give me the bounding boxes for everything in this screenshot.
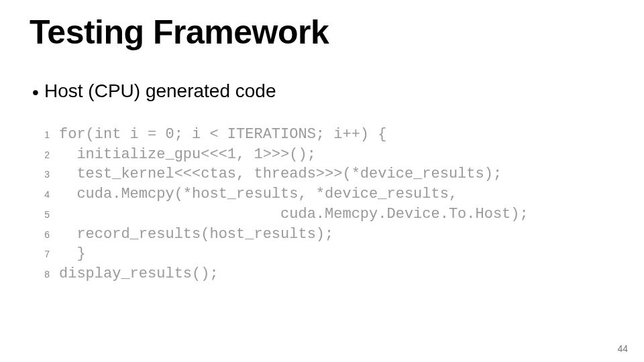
code-line: 1 for(int i = 0; i < ITERATIONS; i++) { bbox=[25, 125, 614, 145]
code-block: 1 for(int i = 0; i < ITERATIONS; i++) { … bbox=[25, 125, 614, 284]
slide: Testing Framework • Host (CPU) generated… bbox=[0, 0, 644, 362]
line-number: 2 bbox=[25, 149, 59, 162]
code-text: cuda.Memcpy.Device.To.Host); bbox=[59, 204, 614, 225]
code-line: 4 cuda.Memcpy(*host_results, *device_res… bbox=[25, 184, 614, 204]
bullet-item: • Host (CPU) generated code bbox=[30, 80, 614, 103]
code-line: 6 record_results(host_results); bbox=[25, 225, 614, 245]
slide-title: Testing Framework bbox=[30, 15, 614, 50]
line-number: 1 bbox=[25, 129, 59, 141]
bullet-list: • Host (CPU) generated code bbox=[30, 80, 614, 103]
line-number: 6 bbox=[25, 229, 59, 241]
code-line: 7 } bbox=[25, 244, 614, 264]
code-text: } bbox=[59, 244, 614, 264]
bullet-marker: • bbox=[32, 81, 39, 104]
code-line: 8 display_results(); bbox=[25, 264, 614, 284]
line-number: 7 bbox=[25, 248, 59, 261]
line-number: 8 bbox=[25, 268, 59, 281]
code-text: display_results(); bbox=[59, 264, 614, 284]
code-line: 2 initialize_gpu<<<1, 1>>>(); bbox=[25, 145, 614, 165]
line-number: 4 bbox=[25, 188, 59, 201]
bullet-text: Host (CPU) generated code bbox=[44, 80, 276, 103]
code-text: for(int i = 0; i < ITERATIONS; i++) { bbox=[59, 125, 614, 145]
page-number: 44 bbox=[617, 343, 628, 354]
line-number: 3 bbox=[25, 168, 59, 181]
code-text: initialize_gpu<<<1, 1>>>(); bbox=[59, 145, 614, 165]
code-text: test_kernel<<<ctas, threads>>>(*device_r… bbox=[59, 164, 614, 184]
code-text: cuda.Memcpy(*host_results, *device_resul… bbox=[59, 184, 614, 204]
code-text: record_results(host_results); bbox=[59, 225, 614, 245]
code-line: 3 test_kernel<<<ctas, threads>>>(*device… bbox=[25, 164, 614, 184]
line-number: 5 bbox=[25, 208, 59, 221]
code-line: 5 cuda.Memcpy.Device.To.Host); bbox=[25, 204, 614, 225]
